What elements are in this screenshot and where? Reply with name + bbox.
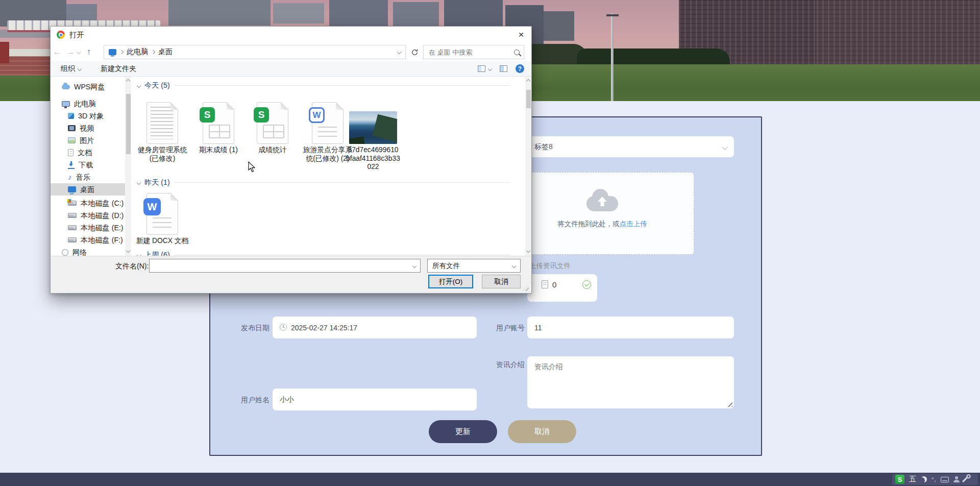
sidebar-item-disk-e[interactable]: 本地磁盘 (E:) <box>51 222 125 234</box>
sidebar-item-network[interactable]: 网络 <box>51 246 125 256</box>
film-icon <box>68 125 76 131</box>
address-dropdown-icon[interactable] <box>397 50 401 54</box>
dialog-cancel-button[interactable]: 取消 <box>482 275 521 288</box>
sidebar-item-disk-f[interactable]: 本地磁盘 (F:) <box>51 234 125 246</box>
sidebar-item-disk-d[interactable]: 本地磁盘 (D:) <box>51 209 125 222</box>
system-tray: S 五 °, <box>892 474 978 485</box>
upload-click-link[interactable]: 点击上传 <box>620 220 647 228</box>
history-dropdown-icon[interactable] <box>77 50 81 54</box>
publish-date-input[interactable] <box>273 317 477 338</box>
filename-combo[interactable] <box>149 259 421 273</box>
organize-button[interactable]: 组织 <box>61 64 81 74</box>
filename-input[interactable] <box>154 261 413 270</box>
search-box[interactable] <box>423 45 524 59</box>
open-button[interactable]: 打开(O) <box>428 275 473 288</box>
floodlight-pole <box>611 13 614 101</box>
cloud-icon <box>62 85 70 89</box>
scroll-down-icon[interactable] <box>526 249 530 253</box>
account-input[interactable] <box>527 317 734 338</box>
breadcrumb-this-pc[interactable]: 此电脑 <box>127 47 148 57</box>
scrollbar-thumb[interactable] <box>526 90 531 108</box>
person-icon[interactable] <box>953 476 960 482</box>
close-button[interactable]: × <box>511 27 531 43</box>
preview-pane-button[interactable] <box>500 65 507 72</box>
ime-wubi-indicator[interactable]: 五 <box>909 475 916 484</box>
username-label: 用户姓名 <box>238 396 270 405</box>
sidebar-item-downloads[interactable]: 下载 <box>51 159 125 171</box>
wrench-icon[interactable] <box>962 476 968 482</box>
tag-select[interactable]: 标签8 <box>527 136 734 157</box>
chevron-down-icon <box>78 66 82 70</box>
moon-icon[interactable] <box>921 476 927 482</box>
sidebar-item-desktop[interactable]: 桌面 <box>51 183 125 196</box>
scrollbar-thumb[interactable] <box>126 94 131 154</box>
image-thumbnail <box>346 92 400 144</box>
update-button[interactable]: 更新 <box>429 420 497 443</box>
picture-icon <box>68 137 76 143</box>
filetype-select[interactable]: 所有文件 <box>427 259 521 273</box>
scroll-up-icon[interactable] <box>526 79 530 83</box>
upload-drag-text: 将文件拖到此处，或点击上传 <box>511 220 694 229</box>
forward-button[interactable]: → <box>64 47 77 57</box>
group-header-lastweek[interactable]: 上周 (6) <box>137 250 510 256</box>
sidebar-item-music[interactable]: ♪音乐 <box>51 171 125 183</box>
collapse-icon[interactable] <box>137 83 141 87</box>
back-button[interactable]: ← <box>51 47 64 57</box>
taskbar: S 五 °, <box>0 473 980 486</box>
file-item[interactable]: S 期末成绩 (1) <box>191 92 246 155</box>
sidebar-item-this-pc[interactable]: 此电脑 <box>51 98 125 110</box>
sidebar-item-3d-objects[interactable]: 3D 对象 <box>51 110 125 122</box>
punctuation-indicator[interactable]: °, <box>932 476 936 482</box>
desktop-icon <box>109 49 116 55</box>
chevron-down-icon[interactable] <box>412 263 416 268</box>
upload-cloud-icon <box>583 188 621 214</box>
sidebar-item-wps-cloud[interactable]: WPS网盘 <box>51 81 125 93</box>
intro-textarea[interactable] <box>527 356 734 408</box>
group-header-yesterday[interactable]: 昨天 (1) <box>137 178 510 187</box>
sidebar-item-pictures[interactable]: 图片 <box>51 134 125 147</box>
username-input[interactable] <box>273 388 477 410</box>
refresh-button[interactable] <box>408 45 421 59</box>
preview-pane-icon <box>500 65 507 72</box>
chevron-down-icon <box>722 144 727 150</box>
file-list-scrollbar[interactable] <box>525 77 531 256</box>
dialog-titlebar[interactable]: 打开 × <box>51 27 531 43</box>
chevron-down-icon <box>488 66 492 70</box>
sidebar-scrollbar[interactable] <box>125 77 131 256</box>
filename-label: 文件名(N): <box>115 262 149 271</box>
keyboard-icon[interactable] <box>941 477 949 482</box>
wps-tray-icon[interactable]: S <box>895 475 904 484</box>
search-input[interactable] <box>428 48 514 57</box>
red-sign <box>0 42 9 63</box>
sidebar-item-disk-c[interactable]: 本地磁盘 (C:) <box>51 197 125 209</box>
breadcrumb[interactable]: 此电脑 桌面 <box>104 45 406 59</box>
resize-grip[interactable] <box>523 285 529 291</box>
sidebar-item-documents[interactable]: 文档 <box>51 147 125 159</box>
file-open-dialog: 打开 × ← → ↑ 此电脑 桌面 <box>50 26 532 294</box>
help-button[interactable]: ? <box>516 64 524 73</box>
upload-dropzone[interactable]: 将文件拖到此处，或点击上传 <box>510 172 694 255</box>
up-button[interactable]: ↑ <box>82 47 95 57</box>
building-silhouette <box>168 0 271 26</box>
file-item[interactable]: W 新建 DOCX 文档 <box>135 187 189 246</box>
collapse-icon[interactable] <box>137 180 141 184</box>
new-folder-button[interactable]: 新建文件夹 <box>101 64 136 74</box>
file-item[interactable]: 健身房管理系统(已修改) <box>135 92 189 163</box>
dialog-toolbar: 组织 新建文件夹 ? <box>51 61 531 77</box>
file-item[interactable]: S 成绩统计 <box>246 92 300 155</box>
building-silhouette <box>329 0 388 30</box>
screen: 标签8 将文件拖到此处，或点击上传 点击上传资讯文件 0 发布日期 用户账号 <box>0 0 980 486</box>
building-silhouette <box>544 11 574 41</box>
breadcrumb-desktop[interactable]: 桌面 <box>158 47 173 57</box>
form-cancel-button[interactable]: 取消 <box>508 420 576 443</box>
tag-select-value: 标签8 <box>534 142 553 152</box>
publish-date-label: 发布日期 <box>238 324 270 333</box>
scroll-up-icon[interactable] <box>126 79 130 83</box>
view-mode-button[interactable] <box>478 65 492 72</box>
file-item[interactable]: 37d7ec4699610bfaaf41168c3b33022 <box>346 92 400 172</box>
group-header-today[interactable]: 今天 (5) <box>137 81 510 90</box>
music-note-icon: ♪ <box>68 174 72 181</box>
sidebar-item-videos[interactable]: 视频 <box>51 122 125 134</box>
scroll-down-icon[interactable] <box>126 249 130 253</box>
uploaded-file-item[interactable]: 0 <box>527 274 597 302</box>
